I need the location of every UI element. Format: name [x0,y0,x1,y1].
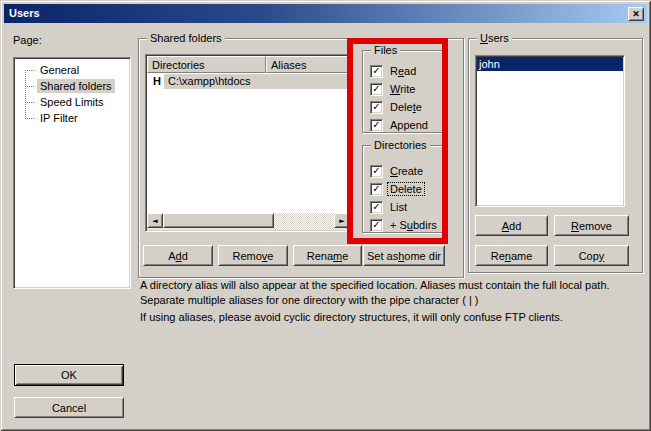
users-group-label: Users [477,32,512,45]
create-checkbox[interactable] [370,165,383,178]
list-checkbox[interactable] [370,201,383,214]
user-rename-button[interactable]: Rename [475,245,548,266]
set-as-home-dir-button[interactable]: Set as home dir [363,245,445,266]
column-header-directories[interactable]: Directories [147,56,266,73]
shared-rename-button[interactable]: Rename [293,245,362,266]
directories-listview[interactable]: Directories Aliases H C:\xampp\htdocs ◄ … [145,54,352,232]
close-icon: ✕ [632,9,640,19]
shared-add-button[interactable]: Add [143,245,213,266]
tree-item-ip-filter[interactable]: IP Filter [25,110,81,126]
tree-item-label[interactable]: Speed Limits [37,95,107,109]
append-checkbox-label: Append [388,119,430,131]
read-checkbox-label: Read [388,65,418,77]
tree-item-label[interactable]: IP Filter [37,111,81,125]
files-permissions-group: Files Read Write Delete Append [362,50,443,133]
tree-item-shared-folders[interactable]: Shared folders [25,78,115,94]
subdirs-checkbox-label: + Subdirs [388,219,439,231]
scroll-left-icon: ◄ [152,217,157,225]
directory-row[interactable]: H C:\xampp\htdocs [147,73,350,89]
title-bar[interactable]: Users [4,4,647,23]
tree-item-label[interactable]: General [37,63,82,77]
directories-group-label: Directories [371,139,430,152]
cyclic-note-text: If using aliases, please avoid cyclic di… [140,310,642,325]
checkbox-row-read[interactable]: Read [370,64,418,78]
user-copy-button[interactable]: Copy [554,245,629,266]
scrollbar-thumb[interactable] [163,213,274,228]
delete-file-checkbox[interactable] [370,101,383,114]
checkbox-row-append[interactable]: Append [370,118,430,132]
tree-item-general[interactable]: General [25,62,82,78]
checkbox-row-create[interactable]: Create [370,164,425,178]
checkbox-row-delete-file[interactable]: Delete [370,100,424,114]
directory-path[interactable]: C:\xampp\htdocs [164,74,350,89]
scroll-left-button[interactable]: ◄ [147,213,163,228]
list-checkbox-label: List [388,201,409,213]
home-flag: H [153,75,164,87]
listview-header: Directories Aliases [147,56,350,73]
append-checkbox[interactable] [370,119,383,132]
horizontal-scrollbar[interactable]: ◄ ► [147,213,350,230]
user-add-button[interactable]: Add [475,215,548,236]
users-dialog: Users ✕ Page: General Shared folders Spe… [0,0,651,431]
page-label: Page: [13,34,42,46]
tree-item-label[interactable]: Shared folders [37,79,115,93]
user-remove-button[interactable]: Remove [554,215,629,236]
close-button[interactable]: ✕ [628,7,644,21]
write-checkbox[interactable] [370,83,383,96]
checkbox-row-subdirs[interactable]: + Subdirs [370,218,439,232]
tree-item-speed-limits[interactable]: Speed Limits [25,94,107,110]
alias-note-text: A directory alias will also appear at th… [140,278,642,308]
write-checkbox-label: Write [388,83,417,95]
checkbox-row-list[interactable]: List [370,200,409,214]
ok-button[interactable]: OK [14,364,124,386]
subdirs-checkbox[interactable] [370,219,383,232]
shared-remove-button[interactable]: Remove [218,245,288,266]
shared-folders-group-label: Shared folders [147,32,225,45]
directories-permissions-group: Directories Create Delete List + Subdirs [362,145,443,233]
user-list-item[interactable]: john [477,57,623,71]
column-header-aliases[interactable]: Aliases [266,56,350,73]
users-listbox[interactable]: john [475,55,625,207]
delete-file-checkbox-label: Delete [388,101,424,113]
checkbox-row-write[interactable]: Write [370,82,417,96]
delete-dir-checkbox-label: Delete [388,183,424,195]
scroll-right-button[interactable]: ► [334,213,350,228]
create-checkbox-label: Create [388,165,425,177]
checkbox-row-delete-dir[interactable]: Delete [370,182,424,196]
scroll-right-icon: ► [339,217,344,225]
window-title: Users [9,7,40,19]
delete-dir-checkbox[interactable] [370,183,383,196]
page-tree[interactable]: General Shared folders Speed Limits IP F… [13,57,131,289]
cancel-button[interactable]: Cancel [14,397,124,418]
files-group-label: Files [371,44,400,57]
read-checkbox[interactable] [370,65,383,78]
